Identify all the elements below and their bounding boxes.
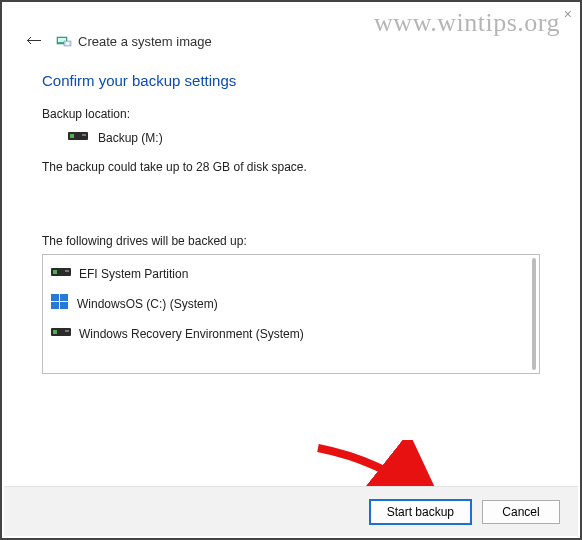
svg-rect-12 bbox=[51, 302, 59, 309]
drive-label: WindowsOS (C:) (System) bbox=[77, 297, 218, 311]
svg-rect-13 bbox=[60, 302, 68, 309]
close-icon[interactable]: × bbox=[564, 6, 572, 22]
svg-rect-16 bbox=[65, 330, 69, 332]
svg-rect-9 bbox=[65, 270, 69, 272]
window-header: 🡐 Create a system image bbox=[2, 2, 580, 62]
svg-point-3 bbox=[66, 42, 69, 45]
window-title-text: Create a system image bbox=[78, 34, 212, 49]
windows-logo-icon bbox=[51, 294, 69, 313]
list-item: EFI System Partition bbox=[47, 259, 521, 288]
hdd-icon bbox=[51, 325, 71, 342]
svg-rect-5 bbox=[70, 134, 74, 138]
drives-listbox: EFI System Partition WindowsOS (C:) (Sys… bbox=[42, 254, 540, 374]
back-arrow-icon[interactable]: 🡐 bbox=[22, 30, 46, 52]
window-title: Create a system image bbox=[56, 33, 212, 49]
svg-rect-6 bbox=[82, 134, 86, 136]
backup-location-row: Backup (M:) bbox=[42, 129, 540, 146]
backup-location-value: Backup (M:) bbox=[98, 131, 163, 145]
svg-rect-15 bbox=[53, 330, 57, 334]
scrollbar[interactable] bbox=[524, 256, 538, 372]
list-item: WindowsOS (C:) (System) bbox=[47, 288, 521, 319]
dialog-footer: Start backup Cancel bbox=[4, 486, 578, 536]
drives-label: The following drives will be backed up: bbox=[42, 234, 540, 248]
cancel-button[interactable]: Cancel bbox=[482, 500, 560, 524]
drive-label: EFI System Partition bbox=[79, 267, 188, 281]
start-backup-button[interactable]: Start backup bbox=[369, 499, 472, 525]
system-image-icon bbox=[56, 33, 72, 49]
svg-rect-10 bbox=[51, 294, 59, 301]
drive-label: Windows Recovery Environment (System) bbox=[79, 327, 304, 341]
hdd-icon bbox=[51, 265, 71, 282]
backup-location-label: Backup location: bbox=[42, 107, 540, 121]
page-title: Confirm your backup settings bbox=[42, 72, 540, 89]
list-item: Windows Recovery Environment (System) bbox=[47, 319, 521, 348]
svg-rect-11 bbox=[60, 294, 68, 301]
hdd-icon bbox=[68, 129, 88, 146]
svg-rect-8 bbox=[53, 270, 57, 274]
content-area: Confirm your backup settings Backup loca… bbox=[2, 62, 580, 374]
disk-space-text: The backup could take up to 28 GB of dis… bbox=[42, 160, 540, 174]
